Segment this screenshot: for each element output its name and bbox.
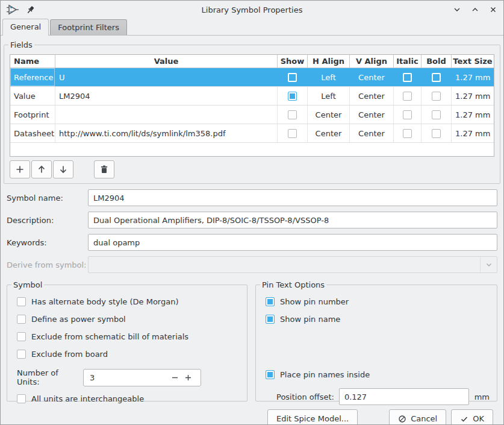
col-header-italic[interactable]: Italic xyxy=(394,55,422,68)
col-header-show[interactable]: Show xyxy=(278,55,308,68)
cell-textsize[interactable]: 1.27 mm xyxy=(452,105,494,124)
exclude-board-checkbox[interactable] xyxy=(17,350,26,359)
exclude-bom-row[interactable]: Exclude from schematic bill of materials xyxy=(17,328,244,345)
position-offset-input[interactable] xyxy=(339,388,469,405)
edit-spice-model-button[interactable]: Edit Spice Model... xyxy=(267,409,358,425)
col-header-halign[interactable]: H Align xyxy=(308,55,350,68)
window-shade-icon[interactable] xyxy=(453,5,461,14)
cell-name[interactable]: Value xyxy=(10,87,55,105)
symbol-name-input[interactable] xyxy=(88,189,497,206)
cell-show[interactable] xyxy=(278,68,308,86)
cell-valign[interactable]: Center xyxy=(350,68,394,86)
show-checkbox[interactable] xyxy=(288,110,297,119)
add-field-button[interactable] xyxy=(10,160,30,178)
italic-checkbox[interactable] xyxy=(403,110,412,119)
position-offset-unit: mm xyxy=(474,392,490,401)
cell-halign[interactable]: Left xyxy=(308,68,350,86)
col-header-bold[interactable]: Bold xyxy=(422,55,452,68)
number-of-units-value[interactable]: 3 xyxy=(90,373,168,382)
cell-show[interactable] xyxy=(278,87,308,105)
col-header-value[interactable]: Value xyxy=(55,55,278,68)
description-row: Description: xyxy=(7,212,497,228)
show-checkbox[interactable] xyxy=(288,129,297,138)
col-header-valign[interactable]: V Align xyxy=(350,55,394,68)
window-close-icon[interactable] xyxy=(489,5,497,14)
exclude-bom-checkbox[interactable] xyxy=(17,332,26,341)
col-header-name[interactable]: Name xyxy=(10,55,55,68)
units-interchangeable-row[interactable]: All units are interchangeable xyxy=(17,390,244,408)
col-header-textsize[interactable]: Text Size xyxy=(452,55,494,68)
table-row-value[interactable]: Value LM2904 Left Center 1.27 mm xyxy=(10,87,494,105)
cell-value[interactable]: http://www.ti.com/lit/ds/symlink/lm358.p… xyxy=(55,124,278,142)
place-pin-names-inside-checkbox[interactable] xyxy=(266,370,275,379)
show-pin-number-label: Show pin number xyxy=(280,297,349,306)
pin-text-options-title: Pin Text Options xyxy=(260,280,326,289)
cell-show[interactable] xyxy=(278,105,308,124)
cell-bold[interactable] xyxy=(422,68,452,86)
bold-checkbox[interactable] xyxy=(432,110,441,119)
cell-bold[interactable] xyxy=(422,124,452,142)
show-pin-name-row[interactable]: Show pin name xyxy=(266,310,494,328)
exclude-bom-label: Exclude from schematic bill of materials xyxy=(31,332,188,341)
tab-general[interactable]: General xyxy=(2,19,49,36)
cell-halign[interactable]: Center xyxy=(308,105,350,124)
window-maximize-icon[interactable] xyxy=(471,5,479,14)
cell-name[interactable]: Datasheet xyxy=(10,124,55,142)
decrement-icon[interactable] xyxy=(168,374,181,382)
ok-button[interactable]: OK xyxy=(451,409,493,425)
increment-icon[interactable] xyxy=(181,374,194,382)
show-checkbox[interactable] xyxy=(288,92,297,101)
cell-bold[interactable] xyxy=(422,87,452,105)
cell-value[interactable] xyxy=(55,105,278,124)
cell-italic[interactable] xyxy=(394,124,422,142)
description-input[interactable] xyxy=(88,212,497,228)
place-pin-names-inside-row[interactable]: Place pin names inside xyxy=(266,366,494,383)
show-pin-name-checkbox[interactable] xyxy=(266,315,275,324)
pin-text-options-group: Pin Text Options Show pin number Show pi… xyxy=(255,280,497,401)
cell-textsize[interactable]: 1.27 mm xyxy=(452,124,494,142)
cell-name[interactable]: Footprint xyxy=(10,105,55,124)
show-checkbox[interactable] xyxy=(288,73,297,82)
exclude-board-row[interactable]: Exclude from board xyxy=(17,345,244,363)
bold-checkbox[interactable] xyxy=(432,129,441,138)
move-down-button[interactable] xyxy=(53,160,73,178)
power-symbol-row[interactable]: Define as power symbol xyxy=(17,310,244,328)
cell-italic[interactable] xyxy=(394,68,422,86)
cell-textsize[interactable]: 1.27 mm xyxy=(452,87,494,105)
table-row-footprint[interactable]: Footprint Center Center 1.27 mm xyxy=(10,105,494,124)
alt-body-style-row[interactable]: Has alternate body style (De Morgan) xyxy=(17,293,244,310)
tab-footprint-filters[interactable]: Footprint Filters xyxy=(50,19,127,36)
cell-halign[interactable]: Center xyxy=(308,124,350,142)
delete-field-button[interactable] xyxy=(94,160,114,178)
cell-name[interactable]: Reference xyxy=(10,68,55,86)
keywords-input[interactable] xyxy=(88,234,497,251)
italic-checkbox[interactable] xyxy=(403,73,412,82)
cell-halign[interactable]: Left xyxy=(308,87,350,105)
cell-valign[interactable]: Center xyxy=(350,87,394,105)
italic-checkbox[interactable] xyxy=(403,129,412,138)
cancel-button[interactable]: Cancel xyxy=(389,409,446,425)
cell-show[interactable] xyxy=(278,124,308,142)
cell-value[interactable]: LM2904 xyxy=(55,87,278,105)
bold-checkbox[interactable] xyxy=(432,92,441,101)
pushpin-icon[interactable] xyxy=(26,5,35,14)
show-pin-number-row[interactable]: Show pin number xyxy=(266,293,494,310)
show-pin-number-checkbox[interactable] xyxy=(266,297,275,306)
table-row-reference[interactable]: Reference U Left Center 1.27 mm xyxy=(10,68,494,87)
cell-italic[interactable] xyxy=(394,105,422,124)
bold-checkbox[interactable] xyxy=(432,73,441,82)
cell-bold[interactable] xyxy=(422,105,452,124)
cell-valign[interactable]: Center xyxy=(350,105,394,124)
alt-body-style-checkbox[interactable] xyxy=(17,297,26,306)
italic-checkbox[interactable] xyxy=(403,92,412,101)
table-row-datasheet[interactable]: Datasheet http://www.ti.com/lit/ds/symli… xyxy=(10,124,494,143)
cell-textsize[interactable]: 1.27 mm xyxy=(452,68,494,86)
power-symbol-checkbox[interactable] xyxy=(17,315,26,324)
cell-valign[interactable]: Center xyxy=(350,124,394,142)
opamp-symbol-icon xyxy=(7,4,19,15)
number-of-units-stepper[interactable]: 3 xyxy=(83,369,201,386)
move-up-button[interactable] xyxy=(31,160,52,178)
cell-value[interactable]: U xyxy=(55,68,278,86)
cell-italic[interactable] xyxy=(394,87,422,105)
units-interchangeable-checkbox[interactable] xyxy=(17,394,26,403)
